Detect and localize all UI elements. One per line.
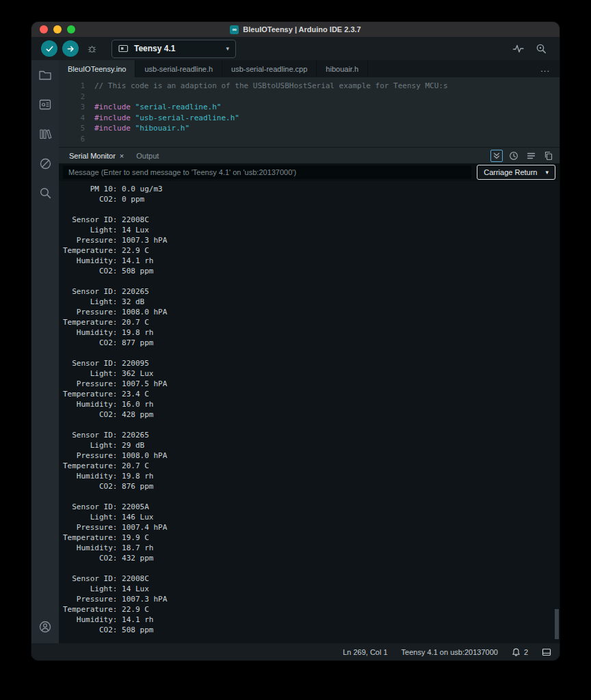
- main-column: BleuIOTeensy.ino usb-serial-readline.h u…: [59, 60, 560, 643]
- minimize-window-button[interactable]: [53, 25, 62, 33]
- sidebar-item-sketchbook[interactable]: [37, 68, 53, 83]
- code-line: 5#include "hibouair.h": [59, 123, 560, 134]
- code-line: 4#include "usb-serial-readline.h": [59, 113, 560, 124]
- line-number: 6: [59, 134, 94, 145]
- titlebar: ∞ BleuIOTeensy | Arduino IDE 2.3.7: [31, 22, 560, 37]
- tab-usb-serial-readline-cpp[interactable]: usb-serial-readline.cpp: [222, 60, 317, 77]
- panel-header-icons: [490, 150, 554, 162]
- code-line: 6: [59, 134, 560, 145]
- board-port-status[interactable]: Teensy 4.1 on usb:20137000: [402, 648, 498, 656]
- editor-tabbar: BleuIOTeensy.ino usb-serial-readline.h u…: [59, 60, 560, 77]
- chevron-down-icon: ▾: [545, 169, 549, 176]
- line-number: 3: [59, 102, 94, 113]
- sidebar-item-debug[interactable]: [37, 156, 53, 171]
- double-chevron-down-icon: [492, 152, 501, 160]
- serial-message-input[interactable]: [63, 165, 471, 179]
- window-title: BleuIOTeensy | Arduino IDE 2.3.7: [243, 25, 360, 33]
- check-icon: [45, 44, 54, 53]
- arrow-right-icon: [66, 44, 75, 53]
- lines-icon: [527, 152, 536, 160]
- panel-tab-label: Serial Monitor: [69, 152, 116, 160]
- board-selector-label: Teensy 4.1: [134, 44, 175, 53]
- board-icon: [118, 44, 129, 53]
- activity-sidebar: [31, 60, 59, 643]
- sidebar-item-account[interactable]: [37, 619, 53, 634]
- window-body: BleuIOTeensy.ino usb-serial-readline.h u…: [31, 60, 560, 643]
- bell-icon: [512, 647, 521, 657]
- screenshot-background: ∞ BleuIOTeensy | Arduino IDE 2.3.7: [0, 0, 591, 700]
- code-line: 1// This code is an adaption of the USBt…: [59, 81, 560, 92]
- panel-tab-label: Output: [136, 152, 159, 160]
- close-window-button[interactable]: [40, 25, 48, 33]
- serial-monitor-button[interactable]: [532, 40, 550, 57]
- tab-label: usb-serial-readline.h: [144, 65, 213, 73]
- panel-toggle-button[interactable]: [542, 648, 551, 656]
- user-account-icon: [38, 620, 52, 634]
- scrollbar-thumb[interactable]: [555, 609, 559, 639]
- bug-icon: [87, 44, 97, 54]
- close-icon[interactable]: ×: [120, 152, 124, 160]
- sidebar-item-library-manager[interactable]: [37, 126, 53, 142]
- serial-message-row: Carriage Return ▾: [59, 163, 560, 181]
- upload-button[interactable]: [62, 40, 79, 57]
- cursor-position: Ln 269, Col 1: [343, 648, 387, 656]
- chevron-down-icon: ▾: [226, 45, 229, 52]
- more-tabs-button[interactable]: ...: [531, 60, 560, 77]
- books-icon: [38, 128, 52, 140]
- waveform-icon: [512, 43, 525, 54]
- arduino-ide-window: ∞ BleuIOTeensy | Arduino IDE 2.3.7: [31, 22, 560, 660]
- circle-slash-icon: [39, 157, 52, 170]
- tab-label: usb-serial-readline.cpp: [231, 65, 307, 73]
- clock-icon: [509, 151, 518, 161]
- tab-label: hibouair.h: [326, 65, 358, 73]
- serial-output-area[interactable]: PM 10: 0.0 ug/m3 CO2: 0 ppm Sensor ID: 2…: [59, 181, 560, 643]
- line-number: 1: [59, 81, 94, 92]
- code-editor[interactable]: 1// This code is an adaption of the USBt…: [59, 77, 560, 147]
- board-selector-dropdown[interactable]: Teensy 4.1 ▾: [111, 40, 236, 58]
- sidebar-item-search[interactable]: [37, 185, 53, 200]
- timestamp-toggle-button[interactable]: [508, 150, 520, 162]
- line-ending-dropdown[interactable]: Carriage Return ▾: [477, 165, 555, 180]
- tab-usb-serial-readline-h[interactable]: usb-serial-readline.h: [135, 60, 222, 77]
- serial-output-text: PM 10: 0.0 ug/m3 CO2: 0 ppm Sensor ID: 2…: [59, 181, 560, 635]
- verify-button[interactable]: [41, 40, 57, 57]
- copy-output-button[interactable]: [542, 150, 554, 162]
- line-number: 2: [59, 92, 94, 103]
- line-ending-label: Carriage Return: [484, 168, 537, 176]
- sidebar-item-boards-manager[interactable]: [37, 97, 53, 112]
- notification-count: 2: [524, 648, 528, 656]
- tab-bleuioteensy-ino[interactable]: BleuIOTeensy.ino: [59, 60, 135, 77]
- tab-hibouair-h[interactable]: hibouair.h: [317, 60, 368, 77]
- line-number: 4: [59, 113, 94, 124]
- line-number: 5: [59, 123, 94, 134]
- code-line: 3#include "serial-readline.h": [59, 102, 560, 113]
- debug-button[interactable]: [83, 40, 100, 57]
- notifications-button[interactable]: 2: [512, 647, 528, 657]
- clear-output-button[interactable]: [525, 150, 537, 162]
- autoscroll-toggle-button[interactable]: [490, 150, 503, 162]
- statusbar: Ln 269, Col 1 Teensy 4.1 on usb:20137000…: [31, 643, 560, 660]
- panel-header: Serial Monitor × Output: [59, 147, 560, 163]
- tab-serial-monitor[interactable]: Serial Monitor ×: [63, 148, 130, 163]
- folder-icon: [38, 69, 52, 81]
- magnifier-dot-icon: [536, 43, 547, 55]
- traffic-lights: [40, 25, 75, 33]
- tab-output[interactable]: Output: [130, 148, 165, 163]
- panel-rect-icon: [542, 648, 551, 656]
- search-icon: [39, 187, 52, 200]
- zoom-window-button[interactable]: [67, 25, 75, 33]
- tab-label: BleuIOTeensy.ino: [68, 65, 126, 73]
- arduino-app-icon: ∞: [230, 25, 239, 34]
- code-line: 2: [59, 92, 560, 103]
- window-title-area: ∞ BleuIOTeensy | Arduino IDE 2.3.7: [31, 22, 560, 37]
- copy-icon: [544, 151, 553, 161]
- toolbar: Teensy 4.1 ▾: [31, 37, 560, 60]
- circuit-board-icon: [38, 98, 52, 111]
- serial-plotter-button[interactable]: [510, 40, 527, 57]
